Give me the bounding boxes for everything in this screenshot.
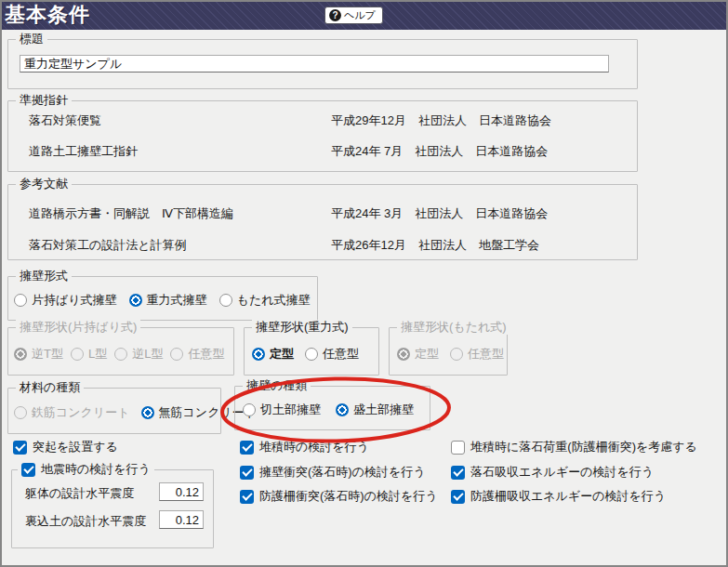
reference-name: 道路橋示方書・同解説 Ⅳ下部構造編 xyxy=(29,205,233,222)
guideline-info: 平成29年12月 社団法人 日本道路協会 xyxy=(331,112,551,129)
radio-selected-disabled-icon xyxy=(397,348,410,361)
guideline-name: 落石対策便覧 xyxy=(29,112,101,129)
radio-selected-disabled-icon xyxy=(14,348,27,361)
wall-kind-group: 擁壁の種類 切土部擁壁 盛土部擁壁 xyxy=(234,386,430,430)
checkbox-label: 擁壁衝突(落石時)の検討を行う xyxy=(259,464,426,481)
radio-option-l-type: L型 xyxy=(71,346,107,363)
checkbox-checked-icon xyxy=(240,466,254,480)
radio-selected-icon xyxy=(141,406,154,419)
guidelines-group: 準拠指針 落石対策便覧 平成29年12月 社団法人 日本道路協会 道路土工擁壁工… xyxy=(7,100,638,172)
seismic-field-row: 裏込土の設計水平震度 xyxy=(12,510,213,531)
checkbox-label: 落石吸収エネルギーの検討を行う xyxy=(470,464,654,481)
radio-disabled-icon xyxy=(450,348,463,361)
radio-option-inverted-l: 逆L型 xyxy=(114,346,163,363)
radio-option-arbitrary[interactable]: 任意型 xyxy=(305,346,359,363)
radio-option-arbitrary: 任意型 xyxy=(450,346,504,363)
radio-disabled-icon xyxy=(114,348,127,361)
checkbox-accumulation-rockfall-load[interactable]: 堆積時に落石荷重(防護柵衝突)を考慮する xyxy=(451,439,697,455)
radio-label: 鉄筋コンクリート xyxy=(32,404,130,421)
radio-label: 盛土部擁壁 xyxy=(353,402,414,418)
radio-option-embankment-wall[interactable]: 盛土部擁壁 xyxy=(336,402,414,418)
checkbox-rockfall-energy[interactable]: 落石吸収エネルギーの検討を行う xyxy=(451,464,654,481)
help-icon: ? xyxy=(329,9,341,21)
title-group: 標題 xyxy=(7,39,638,89)
references-group: 参考文献 道路橋示方書・同解説 Ⅳ下部構造編 平成24年 3月 社団法人 日本道… xyxy=(7,184,638,260)
checkbox-checked-icon xyxy=(240,490,254,504)
guideline-row: 落石対策便覧 平成29年12月 社団法人 日本道路協会 xyxy=(8,112,637,129)
radio-icon xyxy=(14,294,27,307)
radio-icon xyxy=(305,348,318,361)
radio-option-cantilever-wall[interactable]: 片持ばり式擁壁 xyxy=(14,292,117,309)
checkbox-checked-icon xyxy=(240,441,254,455)
checkbox-unchecked-icon xyxy=(451,441,465,455)
checkbox-checked-icon xyxy=(451,466,465,480)
radio-option-gravity-wall[interactable]: 重力式擁壁 xyxy=(129,292,207,309)
radio-option-inverted-t: 逆T型 xyxy=(14,346,63,363)
checkbox-label: 堆積時に落石荷重(防護柵衝突)を考慮する xyxy=(470,439,697,455)
checkbox-accumulation[interactable]: 堆積時の検討を行う xyxy=(240,439,369,455)
shape-leaning-group: 擁壁形状(もたれ式) 定型 任意型 xyxy=(389,327,508,376)
reference-info: 平成26年12月 社団法人 地盤工学会 xyxy=(331,237,539,254)
guideline-row: 道路土工擁壁工指針 平成24年 7月 社団法人 日本道路協会 xyxy=(8,143,637,160)
shape-cantilever-group: 擁壁形状(片持ばり式) 逆T型 L型 逆L型 任意型 xyxy=(7,327,234,376)
shape-gravity-group-legend: 擁壁形状(重力式) xyxy=(252,320,352,335)
checkbox-checked-icon xyxy=(451,490,465,504)
wall-kind-group-legend: 擁壁の種類 xyxy=(243,378,311,393)
title-input[interactable] xyxy=(20,55,609,73)
help-button[interactable]: ? ヘルプ xyxy=(324,7,383,24)
checkbox-label: 防護柵吸収エネルギーの検討を行う xyxy=(470,488,666,505)
checkbox-seismic-check[interactable]: 地震時の検討を行う xyxy=(18,461,154,478)
radio-selected-icon xyxy=(252,348,265,361)
radio-option-standard[interactable]: 定型 xyxy=(252,346,294,363)
radio-label: 切土部擁壁 xyxy=(260,402,321,418)
checkbox-fence-energy[interactable]: 防護柵吸収エネルギーの検討を行う xyxy=(451,488,666,505)
references-group-legend: 参考文献 xyxy=(16,177,72,191)
checkbox-label: 堆積時の検討を行う xyxy=(259,439,369,455)
dialog-header: 基本条件 ? ヘルプ xyxy=(0,0,728,30)
material-group: 材料の種類 鉄筋コンクリート 無筋コンクリート xyxy=(7,388,221,434)
checkbox-fence-impact[interactable]: 防護柵衝突(落石時)の検討を行う xyxy=(240,488,438,505)
reference-name: 落石対策工の設計法と計算例 xyxy=(29,237,187,254)
checkbox-label: 防護柵衝突(落石時)の検討を行う xyxy=(259,488,438,505)
reference-row: 落石対策工の設計法と計算例 平成26年12月 社団法人 地盤工学会 xyxy=(8,237,637,254)
checkbox-wall-impact[interactable]: 擁壁衝突(落石時)の検討を行う xyxy=(240,464,426,481)
radio-label: 任意型 xyxy=(468,346,504,363)
checkbox-label: 突起を設置する xyxy=(33,439,118,455)
radio-label: 逆T型 xyxy=(32,346,63,363)
reference-row: 道路橋示方書・同解説 Ⅳ下部構造編 平成24年 3月 社団法人 日本道路協会 xyxy=(8,205,637,222)
radio-option-reinforced-concrete: 鉄筋コンクリート xyxy=(14,404,130,421)
radio-label: 片持ばり式擁壁 xyxy=(32,292,117,309)
guideline-info: 平成24年 7月 社団法人 日本道路協会 xyxy=(331,143,548,160)
body-seismic-coefficient-input[interactable] xyxy=(159,482,204,501)
guideline-name: 道路土工擁壁工指針 xyxy=(29,143,138,160)
radio-label: L型 xyxy=(88,346,107,363)
radio-selected-icon xyxy=(129,294,142,307)
radio-icon xyxy=(243,403,256,416)
radio-disabled-icon xyxy=(71,348,84,361)
help-button-label: ヘルプ xyxy=(344,8,376,22)
radio-option-leaning-wall[interactable]: もたれ式擁壁 xyxy=(219,292,311,309)
radio-disabled-icon xyxy=(14,406,27,419)
radio-label: 任意型 xyxy=(188,346,224,363)
title-group-legend: 標題 xyxy=(16,32,47,46)
radio-label: 逆L型 xyxy=(132,346,163,363)
radio-option-arbitrary: 任意型 xyxy=(170,346,224,363)
radio-label: 定型 xyxy=(415,346,439,363)
seismic-group: 地震時の検討を行う 躯体の設計水平震度 裏込土の設計水平震度 xyxy=(11,469,214,548)
guidelines-group-legend: 準拠指針 xyxy=(16,93,72,108)
wall-form-group: 擁壁形式 片持ばり式擁壁 重力式擁壁 もたれ式擁壁 xyxy=(7,276,318,321)
radio-label: もたれ式擁壁 xyxy=(237,292,311,309)
radio-option-cut-wall[interactable]: 切土部擁壁 xyxy=(243,402,321,418)
checkbox-checked-icon xyxy=(13,441,27,455)
material-group-legend: 材料の種類 xyxy=(16,380,84,395)
reference-info: 平成24年 3月 社団法人 日本道路協会 xyxy=(331,205,548,222)
radio-label: 任意型 xyxy=(323,346,359,363)
shape-gravity-group: 擁壁形状(重力式) 定型 任意型 xyxy=(244,327,379,376)
field-label: 躯体の設計水平震度 xyxy=(25,485,134,502)
backfill-seismic-coefficient-input[interactable] xyxy=(159,510,204,529)
shape-cantilever-group-legend: 擁壁形状(片持ばり式) xyxy=(16,320,140,335)
radio-disabled-icon xyxy=(170,348,183,361)
radio-label: 重力式擁壁 xyxy=(147,292,207,309)
radio-selected-icon xyxy=(336,403,349,416)
checkbox-protrusion[interactable]: 突起を設置する xyxy=(13,439,118,455)
